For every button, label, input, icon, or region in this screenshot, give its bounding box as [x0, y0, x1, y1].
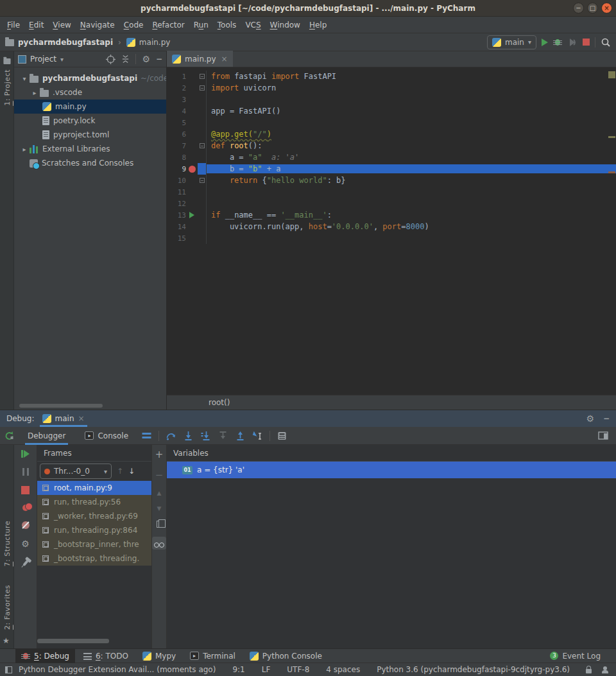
step-out-disabled-icon[interactable] — [218, 431, 228, 441]
move-down-icon[interactable]: ▼ — [157, 505, 162, 512]
toolwindow-button-python-console[interactable]: Python Console — [244, 649, 328, 663]
code-text[interactable]: app = FastAPI() — [207, 107, 616, 116]
step-out-icon[interactable] — [235, 431, 246, 441]
close-tab-icon[interactable]: × — [78, 414, 85, 423]
next-frame-icon[interactable]: ↓ — [128, 467, 135, 476]
code-line[interactable]: 15 — [167, 232, 616, 244]
tab-debugger[interactable]: Debugger — [21, 427, 72, 445]
line-number[interactable]: 2 — [167, 84, 186, 92]
fold-icon[interactable] — [200, 85, 205, 91]
lock-icon[interactable] — [586, 669, 592, 673]
step-into-icon[interactable] — [183, 431, 194, 441]
menu-vcs[interactable]: VCS — [241, 19, 265, 31]
fold-icon[interactable] — [200, 143, 205, 148]
breadcrumb-file[interactable]: main.py — [139, 38, 171, 47]
code-line[interactable]: 3 — [167, 94, 616, 105]
menu-run[interactable]: Run — [189, 19, 213, 31]
close-button[interactable]: × — [601, 3, 612, 13]
code-line[interactable]: 8 a = "a" a: 'a' — [167, 152, 616, 163]
force-step-into-icon[interactable] — [200, 431, 211, 441]
menu-view[interactable]: View — [48, 19, 75, 31]
rerun-icon[interactable] — [4, 431, 15, 441]
line-number[interactable]: 9 — [167, 165, 186, 173]
code-line[interactable]: 4app = FastAPI() — [167, 105, 616, 117]
tree-item-scratches[interactable]: Scratches and Consoles — [14, 156, 166, 170]
code-line[interactable]: 12 — [167, 198, 616, 209]
variable-row[interactable]: 01a = {str} 'a' — [167, 462, 616, 478]
toolwindow-button-terminal[interactable]: ▸Terminal — [184, 649, 241, 663]
frame-row[interactable]: run, threading.py:864 — [37, 523, 151, 537]
debug-session-tab[interactable]: main × — [40, 410, 87, 427]
menu-window[interactable]: Window — [266, 19, 305, 31]
gutter-cell[interactable] — [186, 212, 198, 218]
code-text[interactable]: from fastapi import FastAPI — [207, 72, 616, 81]
toolwindow-button-debug[interactable]: 5: Debug — [15, 649, 75, 663]
line-number[interactable]: 4 — [167, 107, 186, 116]
line-number[interactable]: 15 — [167, 234, 186, 243]
tree-item-pyproject-toml[interactable]: pyproject.toml — [14, 128, 166, 142]
code-line[interactable]: 6@app.get("/") — [167, 128, 616, 140]
menu-code[interactable]: Code — [119, 19, 148, 31]
pause-button[interactable] — [22, 468, 29, 476]
tree-item-root[interactable]: ▾pycharmdebugfastapi~/code/pycharmdebugf… — [14, 71, 166, 85]
code-line[interactable]: 5 — [167, 117, 616, 128]
restore-layout-icon[interactable] — [598, 431, 608, 441]
tree-item-external-libraries[interactable]: ▸External Libraries — [14, 142, 166, 156]
chevron-down-icon[interactable]: ▾ — [19, 75, 30, 82]
stripe-favorites[interactable]: 2: Favorites — [3, 585, 12, 630]
caret-position[interactable]: 9:1 — [232, 665, 244, 674]
frame-row[interactable]: _bootstrap, threading. — [37, 551, 151, 566]
code-line[interactable]: 11 — [167, 186, 616, 198]
code-line[interactable]: 9 b = "b" + a — [167, 163, 616, 175]
breadcrumb-project[interactable]: pycharmdebugfastapi — [18, 38, 113, 47]
show-watches-icon[interactable] — [152, 537, 166, 550]
line-number[interactable]: 12 — [167, 200, 186, 208]
code-line[interactable]: 14 uvicorn.run(app, host='0.0.0.0', port… — [167, 221, 616, 232]
run-to-cursor-icon[interactable] — [252, 431, 263, 441]
frame-row[interactable]: _bootstrap_inner, thre — [37, 537, 151, 551]
code-text[interactable]: uvicorn.run(app, host='0.0.0.0', port=80… — [207, 222, 616, 231]
move-up-icon[interactable]: ▲ — [157, 490, 162, 496]
menu-help[interactable]: Help — [305, 19, 331, 31]
tree-item-vscode[interactable]: ▸.vscode — [14, 85, 166, 100]
event-log-button[interactable]: Event Log — [562, 652, 601, 661]
status-message[interactable]: Python Debugger Extension Avail... (mome… — [19, 665, 216, 674]
line-number[interactable]: 7 — [167, 142, 186, 150]
project-horizontal-scrollbar[interactable] — [19, 404, 103, 408]
gutter-cell[interactable] — [186, 166, 198, 173]
step-over-icon[interactable] — [166, 431, 176, 441]
previous-frame-icon[interactable]: ↑ — [117, 467, 123, 476]
code-line[interactable]: 1from fastapi import FastAPI — [167, 71, 616, 82]
frame-row[interactable]: root, main.py:9 — [37, 481, 151, 495]
frame-row[interactable]: run, thread.py:56 — [37, 495, 151, 509]
project-view-select[interactable]: Project — [30, 55, 56, 64]
view-breakpoints-icon[interactable] — [22, 505, 29, 511]
fold-icon[interactable] — [200, 178, 205, 183]
code-line[interactable]: 2import uvicorn — [167, 82, 616, 94]
debug-settings-gear-icon[interactable]: ⚙ — [21, 539, 30, 548]
fold-icon[interactable] — [200, 74, 205, 79]
menu-navigate[interactable]: Navigate — [76, 19, 119, 31]
code-text[interactable]: b = "b" + a — [207, 164, 616, 173]
tree-item-main-py[interactable]: main.py — [14, 100, 166, 114]
code-text[interactable]: import uvicorn — [207, 83, 616, 92]
indent-style[interactable]: 4 spaces — [326, 665, 360, 674]
menu-tools[interactable]: Tools — [213, 19, 241, 31]
debug-button[interactable] — [553, 39, 562, 46]
line-number[interactable]: 8 — [167, 153, 186, 162]
duplicate-icon[interactable] — [157, 521, 162, 528]
tab-main-py[interactable]: main.py × — [167, 51, 233, 67]
frames-horizontal-scrollbar[interactable] — [37, 639, 109, 643]
hide-panel-icon[interactable]: − — [156, 55, 162, 64]
stripe-project[interactable]: 1: Project — [3, 69, 12, 106]
mute-breakpoints-icon[interactable] — [22, 521, 30, 529]
minimize-button[interactable]: − — [573, 3, 584, 13]
search-icon[interactable] — [601, 37, 611, 48]
layout-settings-icon[interactable] — [141, 431, 152, 441]
frame-row[interactable]: _worker, thread.py:69 — [37, 509, 151, 523]
thread-selector[interactable]: Thr...-0_0 ▾ — [40, 464, 112, 479]
close-tab-icon[interactable]: × — [221, 55, 228, 64]
line-number[interactable]: 11 — [167, 188, 186, 196]
add-watch-icon[interactable]: + — [155, 449, 164, 460]
hide-panel-icon[interactable]: − — [603, 414, 610, 423]
